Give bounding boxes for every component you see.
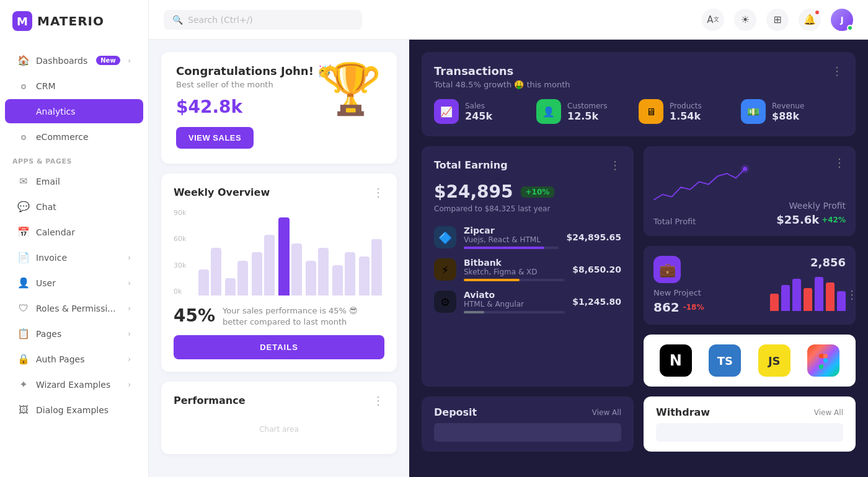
aviato-sub: HTML & Angular: [464, 300, 565, 309]
new-project-icon: 💼: [653, 256, 681, 283]
mini-bar: [837, 291, 846, 311]
new-project-change: -18%: [683, 303, 704, 312]
bar: [306, 261, 316, 295]
earning-item-zipcar: 🔷 Zipcar Vuejs, React & HTML $24,895.65: [434, 225, 621, 249]
earning-compare: Compared to $84,325 last year: [434, 204, 621, 213]
bitbank-amount: $8,650.20: [572, 265, 621, 274]
sidebar-item-pages[interactable]: 📋 Pages ›: [5, 322, 143, 346]
bar: [198, 269, 209, 295]
sidebar-item-dialog[interactable]: 🖼 Dialog Examples: [5, 398, 143, 422]
calendar-icon: 📅: [17, 226, 30, 238]
sidebar-item-user[interactable]: 👤 User ›: [5, 271, 143, 295]
notifications-button[interactable]: 🔔: [799, 9, 821, 31]
zipcar-amount: $24,895.65: [566, 232, 621, 242]
grid-button[interactable]: ⊞: [766, 9, 789, 31]
translate-button[interactable]: A文: [702, 9, 724, 31]
metric-customers: 👤 Customers 12.5k: [536, 99, 639, 124]
bar: [211, 248, 221, 295]
content-left: Congratulations John! 🥳 Best seller of t…: [149, 40, 409, 477]
earning-amount: $24,895: [434, 182, 513, 202]
theme-button[interactable]: ☀: [734, 9, 756, 31]
bar-group: [225, 261, 248, 295]
main: 🔍 Search (Ctrl+/) A文 ☀ ⊞ 🔔 J Congratulat…: [149, 0, 868, 477]
sidebar-item-analytics[interactable]: Analytics: [5, 99, 143, 123]
sidebar-item-label: Invoice: [36, 253, 67, 263]
sidebar-item-ecommerce[interactable]: eCommerce: [5, 125, 143, 149]
user-icon: 👤: [17, 277, 30, 289]
shield-icon: 🛡: [17, 302, 30, 314]
wizard-icon: ✦: [17, 379, 30, 390]
search-input[interactable]: 🔍 Search (Ctrl+/): [164, 10, 362, 30]
sidebar-item-roles[interactable]: 🛡 Roles & Permissi... ›: [5, 296, 143, 320]
nextjs-logo: N: [660, 344, 692, 377]
chevron-icon: ›: [128, 279, 131, 287]
earning-item-bitbank: ⚡ Bitbank Sketch, Figma & XD $8,650.20: [434, 258, 621, 281]
bar: [264, 235, 275, 295]
earning-list: 🔷 Zipcar Vuejs, React & HTML $24,895.65 …: [434, 225, 621, 313]
sidebar-item-chat[interactable]: 💬 Chat: [5, 195, 143, 219]
zipcar-name: Zipcar: [464, 225, 559, 235]
bar-group: [306, 248, 329, 295]
home-icon: 🏠: [17, 55, 30, 66]
aviato-info: Aviato HTML & Angular: [464, 290, 565, 313]
earning-menu-button[interactable]: ⋮: [609, 159, 621, 172]
bitbank-progress: [464, 279, 520, 281]
mid-row: Total Earning ⋮ $24,895 +10% Compared to…: [422, 146, 856, 387]
bar-group: [252, 235, 275, 295]
transactions-subtitle: Total 48.5% growth 🤑 this month: [434, 80, 570, 89]
new-badge: New: [96, 56, 120, 65]
aviato-amount: $1,245.80: [572, 297, 621, 307]
sidebar: M MATERIO 🏠 Dashboards New › CRM Analyti…: [0, 0, 149, 477]
weekly-menu-button[interactable]: ⋮: [373, 186, 384, 199]
mini-bar: [826, 282, 835, 311]
zipcar-icon: 🔷: [434, 226, 456, 248]
dialog-icon: 🖼: [17, 404, 30, 416]
sidebar-item-label: User: [36, 278, 56, 288]
metric-revenue: 💵 Revenue $88k: [741, 99, 843, 124]
sidebar-item-dashboards[interactable]: 🏠 Dashboards New ›: [5, 48, 143, 72]
chevron-icon: ›: [128, 380, 131, 389]
new-project-menu-button[interactable]: ⋮: [846, 288, 858, 301]
deposit-view-all[interactable]: View All: [592, 408, 621, 417]
bar-group: [198, 248, 221, 295]
tech-logos-card: N TS JS: [644, 335, 856, 387]
bar-chart: 90k 60k 30k 0k: [174, 209, 384, 295]
mini-bar: [792, 279, 801, 311]
sidebar-item-email[interactable]: ✉ Email: [5, 169, 143, 193]
sidebar-item-wizard[interactable]: ✦ Wizard Examples ›: [5, 372, 143, 396]
mini-bar: [770, 294, 779, 311]
transactions-menu-button[interactable]: ⋮: [831, 64, 843, 77]
search-placeholder: Search (Ctrl+/): [188, 15, 253, 25]
sidebar-item-crm[interactable]: CRM: [5, 74, 143, 98]
topbar-icons: A文 ☀ ⊞ 🔔 J: [702, 9, 853, 31]
bitbank-name: Bitbank: [464, 258, 565, 268]
weekly-overview-card: Weekly Overview ⋮ 90k 60k 30k 0k: [161, 173, 397, 372]
performance-menu-button[interactable]: ⋮: [373, 394, 384, 407]
sidebar-item-label: Wizard Examples: [36, 380, 110, 390]
sidebar-item-invoice[interactable]: 📄 Invoice ›: [5, 245, 143, 269]
performance-card: Performance ⋮ Chart area: [161, 382, 397, 454]
metric-products: 🖥 Products 1.54k: [639, 99, 741, 124]
y-label: 90k: [174, 209, 186, 217]
lock-icon: 🔒: [17, 353, 30, 365]
withdraw-view-all[interactable]: View All: [814, 408, 843, 417]
new-project-value: 862: [653, 300, 680, 315]
weekly-footer: 45% Your sales performance is 45% 😎 bett…: [174, 305, 384, 328]
sidebar-item-auth[interactable]: 🔒 Auth Pages ›: [5, 347, 143, 371]
circle-icon: [17, 80, 30, 92]
metric-sales: 📈 Sales 245k: [434, 99, 536, 124]
user-avatar[interactable]: J: [831, 9, 853, 31]
bar: [332, 265, 343, 295]
sidebar-nav: 🏠 Dashboards New › CRM Analytics eCommer…: [0, 42, 148, 477]
content-right: Transactions Total 48.5% growth 🤑 this m…: [409, 40, 868, 477]
view-sales-button[interactable]: VIEW SALES: [176, 127, 254, 149]
sales-label: Sales: [465, 102, 492, 110]
details-button[interactable]: DETAILS: [174, 335, 384, 359]
typescript-logo: TS: [709, 344, 741, 377]
customers-icon: 👤: [536, 99, 561, 124]
aviato-name: Aviato: [464, 290, 565, 300]
withdraw-title: Withdraw: [656, 406, 710, 418]
earning-title: Total Earning: [434, 159, 508, 171]
profit-menu-button[interactable]: ⋮: [834, 156, 846, 169]
sidebar-item-calendar[interactable]: 📅 Calendar: [5, 220, 143, 244]
